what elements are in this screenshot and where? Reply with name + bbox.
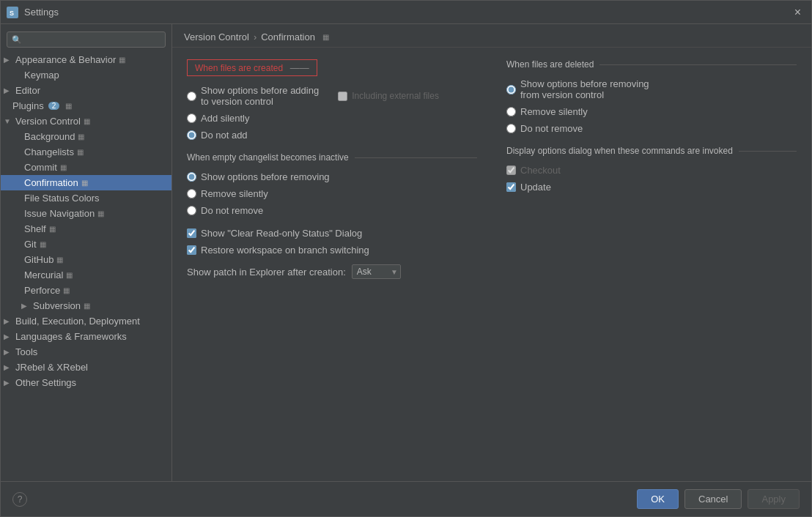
radio-remove-silently-del-input[interactable] xyxy=(506,107,516,116)
help-button[interactable]: ? xyxy=(12,492,27,507)
settings-icon-mercurial: ▦ xyxy=(66,271,73,279)
checkbox-checkout: Checkout xyxy=(506,163,797,177)
settings-icon-subversion: ▦ xyxy=(84,302,90,310)
radio-remove-silently-input[interactable] xyxy=(187,189,196,198)
update-checkbox[interactable] xyxy=(506,182,516,192)
search-input[interactable] xyxy=(25,34,160,45)
sidebar-item-confirmation[interactable]: Confirmation ▦ xyxy=(1,175,171,190)
search-box[interactable]: 🔍 xyxy=(7,31,166,48)
section-deleted-header: When files are deleted xyxy=(506,59,797,70)
bottom-bar-right: OK Cancel Apply xyxy=(637,489,800,509)
apply-button[interactable]: Apply xyxy=(748,489,800,509)
update-label: Update xyxy=(520,182,551,193)
settings-icon-github: ▦ xyxy=(56,256,63,264)
sidebar-item-background[interactable]: Background ▦ xyxy=(1,129,171,144)
sidebar-item-commit[interactable]: Commit ▦ xyxy=(1,160,171,175)
breadcrumb: Version Control › Confirmation ▦ xyxy=(172,24,811,48)
including-external-wrapper: Including external files xyxy=(338,91,439,101)
bottom-bar-left: ? xyxy=(12,492,27,507)
radio-do-not-remove-inactive-input[interactable] xyxy=(187,206,196,215)
sidebar-label-keymap: Keymap xyxy=(24,70,59,81)
including-external-checkbox[interactable] xyxy=(338,92,347,101)
radio-show-before-remove-del-input[interactable] xyxy=(506,85,516,94)
sidebar-item-subversion[interactable]: ▶ Subversion ▦ xyxy=(1,298,171,313)
sidebar-item-other[interactable]: ▶ Other Settings xyxy=(1,375,171,390)
sidebar-item-version-control[interactable]: ▼ Version Control ▦ xyxy=(1,114,171,129)
sidebar-label-build: Build, Execution, Deployment xyxy=(15,316,140,327)
sidebar-item-tools[interactable]: ▶ Tools xyxy=(1,344,171,360)
section-deleted: When files are deleted Show options befo… xyxy=(506,59,797,135)
sidebar-item-mercurial[interactable]: Mercurial ▦ xyxy=(1,267,171,283)
sidebar-label-plugins: Plugins xyxy=(12,100,44,111)
radio-do-not-add-input[interactable] xyxy=(187,130,196,140)
sidebar-item-build[interactable]: ▶ Build, Execution, Deployment xyxy=(1,313,171,329)
sidebar-label-github: GitHub xyxy=(24,254,53,265)
sidebar-label-perforce: Perforce xyxy=(24,285,60,296)
title-bar: S Settings × xyxy=(1,1,811,24)
restore-workspace-checkbox[interactable] xyxy=(187,245,196,255)
sidebar-item-file-status[interactable]: File Status Colors xyxy=(1,190,171,206)
radio-show-before-remove-del-label: Show options before removingfrom version… xyxy=(520,78,649,100)
radio-remove-silently-label: Remove silently xyxy=(201,188,268,199)
expand-arrow-other: ▶ xyxy=(4,379,12,387)
settings-icon-shelf: ▦ xyxy=(49,225,56,233)
sidebar-item-appearance[interactable]: ▶ Appearance & Behavior ▦ xyxy=(1,52,171,67)
ok-button[interactable]: OK xyxy=(637,489,679,509)
bottom-bar: ? OK Cancel Apply xyxy=(1,481,811,516)
checkboxes-section: Show "Clear Read-only Status" Dialog Res… xyxy=(187,226,477,257)
expand-arrow-appearance: ▶ xyxy=(4,56,12,64)
sidebar-item-jrebel[interactable]: ▶ JRebel & XRebel xyxy=(1,360,171,375)
expand-arrow-build: ▶ xyxy=(4,317,12,325)
sidebar-item-keymap[interactable]: Keymap xyxy=(1,67,171,83)
radio-show-before-removing-input[interactable] xyxy=(187,172,196,182)
patch-select[interactable]: Ask Always Never xyxy=(352,264,401,279)
clear-readonly-label: Show "Clear Read-only Status" Dialog xyxy=(201,228,362,239)
sidebar-item-perforce[interactable]: Perforce ▦ xyxy=(1,283,171,298)
checkout-checkbox[interactable] xyxy=(506,165,516,175)
patch-row: Show patch in Explorer after creation: A… xyxy=(187,264,477,279)
checkout-label: Checkout xyxy=(520,165,561,176)
radio-add-silently: Add silently xyxy=(187,111,477,125)
radio-show-before-removing: Show options before removing xyxy=(187,170,477,184)
sidebar-label-languages: Languages & Frameworks xyxy=(15,331,127,342)
radio-show-before-add: Show options before addingto version con… xyxy=(187,83,477,108)
settings-icon-perforce: ▦ xyxy=(63,286,70,294)
sidebar-item-plugins[interactable]: Plugins 2 ▦ xyxy=(1,98,171,114)
clear-readonly-checkbox[interactable] xyxy=(187,228,196,238)
close-button[interactable]: × xyxy=(790,4,805,21)
sidebar-label-issue-nav: Issue Navigation xyxy=(24,208,95,219)
section-created-title: When files are created xyxy=(195,63,283,73)
radio-add-silently-input[interactable] xyxy=(187,114,196,123)
sidebar-label-background: Background xyxy=(24,131,75,142)
sidebar-item-languages[interactable]: ▶ Languages & Frameworks xyxy=(1,329,171,344)
sidebar-item-issue-nav[interactable]: Issue Navigation ▦ xyxy=(1,206,171,221)
expand-arrow-svn: ▶ xyxy=(21,302,30,310)
sidebar-item-changelists[interactable]: Changelists ▦ xyxy=(1,144,171,160)
sidebar-label-editor: Editor xyxy=(15,85,40,96)
radio-show-before-add-input[interactable] xyxy=(187,92,196,101)
checkbox-update: Update xyxy=(506,180,797,194)
radio-remove-silently: Remove silently xyxy=(187,187,477,201)
breadcrumb-separator: › xyxy=(254,31,256,42)
settings-icon-vc: ▦ xyxy=(84,117,90,125)
section-display-header: Display options dialog when these comman… xyxy=(506,146,797,156)
section-created: When files are created —— Show options b… xyxy=(187,59,477,142)
app-icon: S xyxy=(7,7,18,18)
sidebar-item-github[interactable]: GitHub ▦ xyxy=(1,252,171,267)
sidebar-label-mercurial: Mercurial xyxy=(24,269,63,280)
section-line-inactive xyxy=(355,157,477,158)
settings-icon-issue-nav: ▦ xyxy=(97,209,104,217)
svg-text:S: S xyxy=(10,10,14,17)
cancel-button[interactable]: Cancel xyxy=(684,489,742,509)
sidebar-item-git[interactable]: Git ▦ xyxy=(1,237,171,252)
sidebar-item-editor[interactable]: ▶ Editor xyxy=(1,83,171,98)
radio-do-not-remove-del-input[interactable] xyxy=(506,124,516,133)
radio-show-before-add-label: Show options before addingto version con… xyxy=(201,85,319,107)
settings-icon-background: ▦ xyxy=(78,133,84,141)
expand-arrow-tools: ▶ xyxy=(4,348,12,356)
sidebar-label-subversion: Subversion xyxy=(33,300,81,311)
sidebar-item-shelf[interactable]: Shelf ▦ xyxy=(1,221,171,237)
radio-do-not-remove-del-label: Do not remove xyxy=(520,123,583,134)
section-inactive-header: When empty changelist becomes inactive xyxy=(187,152,477,163)
radio-do-not-remove-del: Do not remove xyxy=(506,122,797,135)
